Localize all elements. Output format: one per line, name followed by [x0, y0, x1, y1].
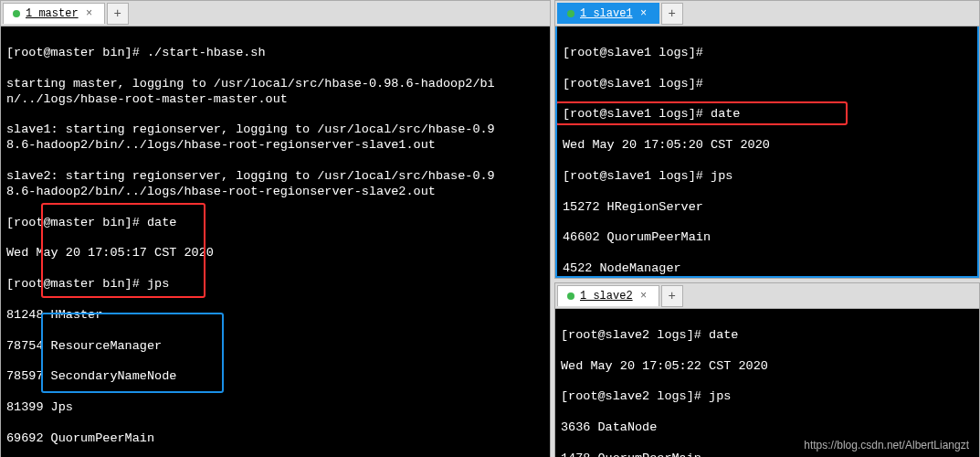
tab-bar-slave2: 1 slave2 × +: [555, 283, 979, 309]
terminal-line: starting master, logging to /usr/local/s…: [6, 77, 544, 108]
terminal-line: 78597 SecondaryNameNode: [6, 369, 544, 385]
terminal-line: slave1: starting regionserver, logging t…: [6, 122, 544, 154]
add-tab-button[interactable]: +: [661, 285, 683, 307]
plus-icon: +: [668, 6, 675, 21]
terminal-slave1[interactable]: [root@slave1 logs]# [root@slave1 logs]# …: [555, 27, 979, 278]
terminal-line: [root@master bin]# jps: [6, 277, 544, 292]
add-tab-button[interactable]: +: [661, 3, 683, 25]
terminal-line: [root@master bin]# ./start-hbase.sh: [6, 46, 544, 61]
terminal-line: 81399 Jps: [6, 400, 544, 416]
terminal-line: Wed May 20 17:05:20 CST 2020: [563, 138, 972, 154]
tab-bar-master: 1 master × +: [1, 1, 550, 27]
close-icon[interactable]: ×: [84, 8, 95, 19]
tab-bar-slave1: 1 slave1 × +: [555, 1, 979, 27]
terminal-line: [root@slave2 logs]# date: [561, 328, 974, 344]
terminal-line: 46602 QuorumPeerMain: [563, 230, 972, 246]
close-icon[interactable]: ×: [638, 291, 649, 302]
terminal-line: [root@slave1 logs]# date: [563, 107, 972, 122]
terminal-line: slave2: starting regionserver, logging t…: [6, 169, 544, 200]
terminal-line: [root@slave1 logs]# jps: [563, 169, 972, 185]
terminal-line: 15272 HRegionServer: [563, 200, 972, 216]
terminal-line: Wed May 20 17:05:22 CST 2020: [561, 359, 974, 375]
terminal-line: 3636 DataNode: [561, 420, 974, 436]
tab-label: 1 slave2: [580, 290, 633, 303]
tab-label: 1 master: [26, 7, 79, 20]
status-dot-icon: [567, 292, 574, 300]
plus-icon: +: [668, 289, 675, 303]
close-icon[interactable]: ×: [638, 8, 649, 19]
tab-master[interactable]: 1 master ×: [3, 3, 105, 24]
terminal-line: 4522 NodeManager: [563, 261, 972, 277]
terminal-line: 69692 QuorumPeerMain: [6, 431, 544, 447]
add-tab-button[interactable]: +: [107, 3, 129, 25]
tab-slave2[interactable]: 1 slave2 ×: [557, 285, 659, 306]
terminal-line: Wed May 20 17:05:17 CST 2020: [6, 246, 544, 261]
tab-label: 1 slave1: [580, 7, 633, 20]
status-dot-icon: [567, 10, 574, 17]
status-dot-icon: [13, 10, 20, 17]
terminal-master[interactable]: [root@master bin]# ./start-hbase.sh star…: [1, 27, 550, 457]
terminal-line: [root@master bin]# date: [6, 216, 544, 231]
terminal-line: [root@slave1 logs]#: [563, 77, 972, 92]
plus-icon: +: [113, 6, 121, 21]
terminal-slave2[interactable]: [root@slave2 logs]# date Wed May 20 17:0…: [555, 309, 979, 457]
terminal-line: [root@slave1 logs]#: [563, 46, 972, 61]
terminal-line: 81248 HMaster: [6, 308, 544, 324]
terminal-line: 78754 ResourceManager: [6, 339, 544, 355]
tab-slave1[interactable]: 1 slave1 ×: [557, 3, 659, 24]
terminal-line: 1478 QuorumPeerMain: [561, 452, 974, 457]
terminal-line: [root@slave2 logs]# jps: [561, 389, 974, 405]
